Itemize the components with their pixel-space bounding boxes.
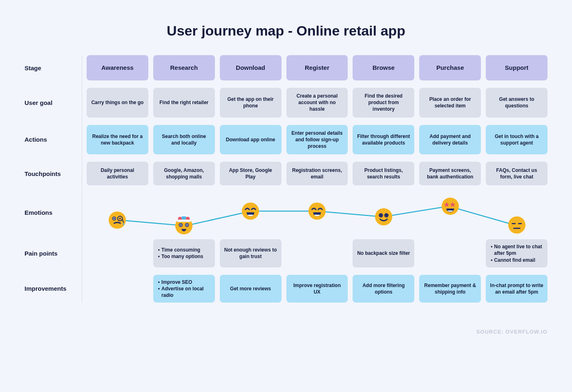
improvement-cell: In-chat prompt to write an email after 5… xyxy=(486,275,547,303)
pain-point-cell: Not enough reviews to gain trust xyxy=(220,239,282,267)
stage-cell: Support xyxy=(486,55,547,80)
svg-point-21 xyxy=(442,198,459,215)
smile-icon xyxy=(374,207,393,226)
improvement-bullet: Advertise on local radio xyxy=(158,285,210,298)
touchpoint-cell: Registration screens, email xyxy=(286,162,348,185)
row-label-improvements: Improvements xyxy=(25,275,82,303)
action-cell: Enter personal details and follow sign-u… xyxy=(286,125,348,155)
svg-point-16 xyxy=(375,208,392,225)
stage-cell: Awareness xyxy=(87,55,148,80)
emotion-cell xyxy=(220,193,282,232)
journey-map-grid: Stage AwarenessResearchDownloadRegisterB… xyxy=(25,55,547,303)
pain-point-bullet: Time consuming xyxy=(158,247,210,253)
improvement-empty-cell xyxy=(87,275,148,303)
emotion-cell xyxy=(419,193,481,232)
pain-point-empty-cell xyxy=(87,239,148,267)
row-label-stage: Stage xyxy=(25,55,82,80)
user-goal-cell: Find the desired product from inventory xyxy=(353,88,414,118)
emotion-cell xyxy=(286,193,348,232)
pain-point-empty-cell xyxy=(286,239,348,267)
pain-points-row: Pain points Time consumingToo many optio… xyxy=(25,239,547,267)
action-cell: Search both online and locally xyxy=(153,125,215,155)
stage-cell: Browse xyxy=(353,55,414,80)
actions-row: Actions Realize the need for a new backp… xyxy=(25,125,547,155)
emotion-cell xyxy=(353,193,414,232)
star-eyes-icon xyxy=(441,197,460,216)
emotion-cell xyxy=(87,193,148,232)
action-cell: Download app online xyxy=(220,125,282,155)
improvement-cell: Get more reviews xyxy=(220,275,282,303)
worried-sweat-icon xyxy=(108,211,127,229)
row-label-actions: Actions xyxy=(25,125,82,155)
page-title: User journey map - Online retail app xyxy=(25,23,547,39)
touchpoint-cell: App Store, Google Play xyxy=(220,162,282,185)
touchpoint-cell: Daily personal activities xyxy=(87,162,148,185)
touchpoint-cell: FAQs, Contact us form, live chat xyxy=(486,162,547,185)
user-goal-cell: Get the app on their phone xyxy=(220,88,282,118)
touchpoint-cell: Payment screens, bank authentication xyxy=(419,162,481,185)
emotion-cell xyxy=(153,193,215,232)
user-goal-cell: Get answers to questions xyxy=(486,88,547,118)
svg-point-11 xyxy=(180,224,182,226)
improvement-cell: Add more filtering options xyxy=(353,275,414,303)
svg-rect-25 xyxy=(513,228,520,229)
pain-point-bullet: Too many options xyxy=(158,253,210,260)
action-cell: Realize the need for a new backpack xyxy=(87,125,148,155)
touchpoint-cell: Product listings, search results xyxy=(353,162,414,185)
emotion-cell xyxy=(486,193,547,232)
pain-point-empty-cell xyxy=(419,239,481,267)
stage-cell: Register xyxy=(286,55,348,80)
emotions-row: Emotions xyxy=(25,193,547,232)
source-attribution: SOURCE: OVERFLOW.IO xyxy=(0,329,572,335)
touchpoints-row: Touchpoints Daily personal activitiesGoo… xyxy=(25,162,547,185)
row-label-pain-points: Pain points xyxy=(25,239,82,267)
improvements-row: Improvements Improve SEOAdvertise on loc… xyxy=(25,275,547,303)
grin-closed-eyes-icon xyxy=(241,202,260,220)
action-cell: Filter through different available produ… xyxy=(353,125,414,155)
user-goal-row: User goal Carry things on the goFind the… xyxy=(25,88,547,118)
svg-point-2 xyxy=(114,218,115,219)
user-goal-cell: Find the right retailer xyxy=(153,88,215,118)
improvement-cell: Remember payment & shipping info xyxy=(419,275,481,303)
svg-point-17 xyxy=(380,214,382,217)
user-goal-cell: Create a personal account with no hassle xyxy=(286,88,348,118)
pain-point-bullet: No agent live to chat after 5pm xyxy=(491,243,543,256)
action-cell: Get in touch with a support agent xyxy=(486,125,547,155)
svg-rect-9 xyxy=(177,220,191,222)
stage-row: Stage AwarenessResearchDownloadRegisterB… xyxy=(25,55,547,80)
pain-point-cell: No agent live to chat after 5pmCannot fi… xyxy=(486,239,547,267)
svg-rect-24 xyxy=(518,223,522,224)
grin-closed-eyes-icon xyxy=(308,202,326,220)
pain-point-cell: Time consumingToo many options xyxy=(153,239,215,267)
stage-cell: Download xyxy=(220,55,282,80)
action-cell: Add payment and delivery details xyxy=(419,125,481,155)
improvement-cell: Improve SEOAdvertise on local radio xyxy=(153,275,215,303)
svg-point-15 xyxy=(308,203,326,220)
touchpoint-cell: Google, Amazon, shopping malls xyxy=(153,162,215,185)
expressionless-icon xyxy=(507,216,526,234)
row-label-user-goal: User goal xyxy=(25,88,82,118)
pain-point-bullet: Cannot find email xyxy=(491,257,543,263)
stage-cell: Research xyxy=(153,55,215,80)
exploding-head-icon xyxy=(174,216,193,235)
row-label-touchpoints: Touchpoints xyxy=(25,162,82,185)
svg-point-22 xyxy=(508,216,525,234)
pain-point-cell: No backpack size filter xyxy=(353,239,414,267)
user-goal-cell: Carry things on the go xyxy=(87,88,148,118)
row-label-emotions: Emotions xyxy=(25,193,82,232)
improvement-cell: Improve registration UX xyxy=(286,275,348,303)
svg-point-4 xyxy=(119,218,121,219)
svg-point-0 xyxy=(109,212,126,229)
svg-point-13 xyxy=(186,224,188,226)
svg-point-18 xyxy=(385,214,388,217)
svg-point-14 xyxy=(242,203,259,220)
user-goal-cell: Place an order for selected item xyxy=(419,88,481,118)
improvement-bullet: Improve SEO xyxy=(158,279,210,285)
svg-rect-23 xyxy=(512,223,516,224)
stage-cell: Purchase xyxy=(419,55,481,80)
